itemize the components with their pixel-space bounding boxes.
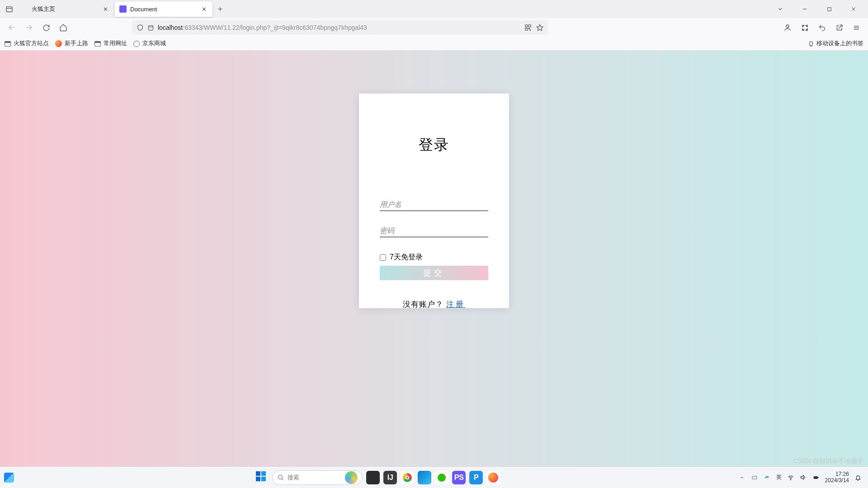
svg-line-23 (282, 479, 283, 480)
firefox-icon (55, 40, 62, 47)
tabs-dropdown-button[interactable] (770, 2, 790, 16)
svg-rect-24 (752, 476, 757, 479)
extensions-button[interactable] (832, 20, 846, 35)
bookmark-label: 新手上路 (65, 40, 88, 47)
bookmarks-mobile-label: 移动设备上的书签 (816, 40, 863, 47)
taskbar-app-edge[interactable] (418, 471, 431, 484)
taskbar-app-terminal[interactable] (366, 471, 380, 484)
home-button[interactable] (56, 20, 71, 35)
password-input[interactable] (380, 225, 488, 237)
taskbar-app-p[interactable]: P (469, 471, 483, 484)
browser-chrome: 火狐主页 ✕ Document ✕ localh (0, 0, 868, 51)
back-button[interactable] (5, 20, 19, 35)
windows-logo-icon (256, 471, 266, 481)
folder-icon (5, 41, 11, 47)
svg-marker-26 (801, 475, 804, 479)
new-tab-button[interactable] (213, 2, 227, 16)
bookmark-item[interactable]: 常用网址 (94, 40, 127, 47)
svg-point-25 (790, 479, 791, 480)
site-info-icon[interactable] (147, 24, 154, 31)
url-text: localhost:63343/WWW/11.22/login.php?_ijt… (158, 24, 367, 31)
register-link[interactable]: 注册 (446, 300, 465, 309)
search-highlight-icon (345, 471, 358, 484)
folder-icon (94, 41, 101, 47)
bookmark-item[interactable]: 火狐官方站点 (5, 40, 49, 47)
keyboard-icon[interactable] (751, 474, 758, 481)
bookmarks-mobile[interactable]: 移动设备上的书签 (808, 40, 863, 47)
account-button[interactable] (780, 20, 795, 35)
tab-title: Document (130, 6, 196, 13)
window-close-button[interactable] (844, 2, 863, 16)
footer-text: 没有账户？ (403, 300, 443, 309)
reload-button[interactable] (39, 20, 53, 35)
tray-overflow-icon[interactable] (738, 474, 745, 481)
clock-date: 2024/3/14 (825, 478, 849, 484)
bookmarks-bar: 火狐官方站点 新手上路 常用网址 京东商城 移动设备上的书签 (0, 37, 868, 51)
forward-button[interactable] (22, 20, 36, 35)
screenshot-button[interactable] (797, 20, 812, 35)
login-box: 登录 7天免登录 提交 没有账户？ 注册 (359, 94, 509, 308)
submit-button[interactable]: 提交 (380, 266, 488, 280)
ime-indicator[interactable]: 英 (776, 474, 782, 481)
phone-icon (808, 40, 814, 47)
address-bar-tools (524, 24, 543, 31)
search-icon (277, 474, 284, 481)
app-menu-button[interactable] (849, 20, 863, 35)
undo-button[interactable] (815, 20, 829, 35)
tab-title: 火狐主页 (32, 5, 98, 13)
taskbar-app-firefox[interactable] (486, 471, 500, 484)
svg-marker-15 (537, 24, 542, 30)
bookmark-star-icon[interactable] (536, 24, 543, 31)
window-maximize-button[interactable] (819, 2, 839, 16)
notifications-icon[interactable] (854, 474, 862, 481)
taskbar-app-wechat[interactable] (435, 471, 448, 484)
nav-bar: localhost:63343/WWW/11.22/login.php?_ijt… (0, 18, 868, 37)
taskbar-app-chrome[interactable] (401, 471, 414, 484)
login-form: 7天免登录 提交 没有账户？ 注册 (359, 198, 509, 310)
taskbar-search[interactable]: 搜索 (272, 470, 363, 485)
address-bar[interactable]: localhost:63343/WWW/11.22/login.php?_ijt… (132, 20, 548, 35)
globe-icon (133, 41, 140, 47)
window-minimize-button[interactable] (795, 2, 815, 16)
bookmark-item[interactable]: 京东商城 (133, 40, 166, 47)
tab-favicon (119, 5, 127, 13)
svg-rect-12 (525, 25, 528, 27)
bookmark-label: 常用网址 (104, 40, 127, 47)
close-icon[interactable]: ✕ (101, 5, 109, 13)
svg-rect-0 (6, 6, 12, 11)
svg-rect-13 (528, 25, 531, 27)
page-title: 登录 (359, 135, 509, 155)
close-icon[interactable]: ✕ (200, 5, 208, 13)
svg-point-16 (786, 25, 789, 28)
svg-rect-28 (818, 477, 818, 478)
taskbar-app-phpstorm[interactable]: PS (452, 471, 466, 484)
recent-browsing-icon[interactable] (3, 3, 15, 15)
tab-strip-right (770, 2, 868, 16)
username-input[interactable] (380, 198, 488, 211)
clock-time: 17:26 (825, 471, 849, 478)
bookmark-item[interactable]: 新手上路 (55, 40, 88, 47)
volume-icon[interactable] (800, 474, 807, 481)
qr-icon[interactable] (524, 24, 532, 31)
tab-favicon (21, 5, 28, 13)
system-tray: 英 17:26 2024/3/14 (738, 471, 868, 484)
nav-right (780, 20, 863, 35)
widgets-button[interactable] (0, 473, 18, 483)
taskbar-clock[interactable]: 17:26 2024/3/14 (825, 471, 849, 484)
tab-document[interactable]: Document ✕ (115, 1, 212, 17)
tab-firefox-home[interactable]: 火狐主页 ✕ (16, 1, 114, 17)
onedrive-icon[interactable] (764, 474, 771, 481)
start-button[interactable] (256, 471, 269, 484)
page-viewport: 登录 7天免登录 提交 没有账户？ 注册 (0, 51, 868, 466)
search-placeholder: 搜索 (288, 474, 299, 482)
register-footer: 没有账户？ 注册 (380, 299, 488, 310)
battery-icon[interactable] (812, 474, 820, 481)
svg-rect-14 (525, 28, 528, 30)
shield-icon[interactable] (137, 24, 144, 31)
taskbar-app-intellij[interactable]: IJ (383, 471, 397, 484)
watermark: CSDN @知识冷不冷脑子 (793, 457, 863, 465)
wifi-icon[interactable] (787, 474, 794, 481)
remember-checkbox[interactable] (380, 254, 386, 261)
tab-strip: 火狐主页 ✕ Document ✕ (0, 0, 868, 18)
remember-label: 7天免登录 (390, 253, 423, 262)
